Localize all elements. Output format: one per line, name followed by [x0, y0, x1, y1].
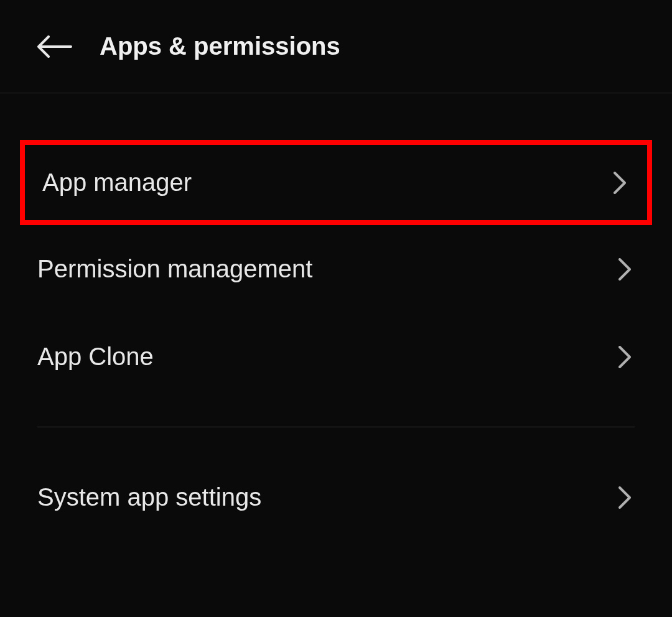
page-title: Apps & permissions	[100, 32, 340, 60]
header: Apps & permissions	[0, 0, 672, 93]
list-item-label: Permission management	[37, 255, 312, 283]
list-item-label: App manager	[42, 169, 192, 197]
chevron-right-icon	[610, 170, 630, 195]
list-item-permission-management[interactable]: Permission management	[0, 225, 672, 313]
chevron-right-icon	[615, 485, 635, 510]
chevron-right-icon	[615, 345, 635, 369]
list-item-app-manager[interactable]: App manager	[20, 140, 652, 225]
list-item-system-app-settings[interactable]: System app settings	[0, 453, 672, 541]
settings-list: App manager Permission management App Cl…	[0, 93, 672, 541]
list-item-app-clone[interactable]: App Clone	[0, 313, 672, 401]
list-item-label: App Clone	[37, 343, 154, 371]
list-item-label: System app settings	[37, 483, 261, 511]
divider	[37, 427, 635, 427]
chevron-right-icon	[615, 257, 635, 282]
back-button[interactable]	[37, 34, 75, 59]
arrow-left-icon	[37, 35, 72, 58]
